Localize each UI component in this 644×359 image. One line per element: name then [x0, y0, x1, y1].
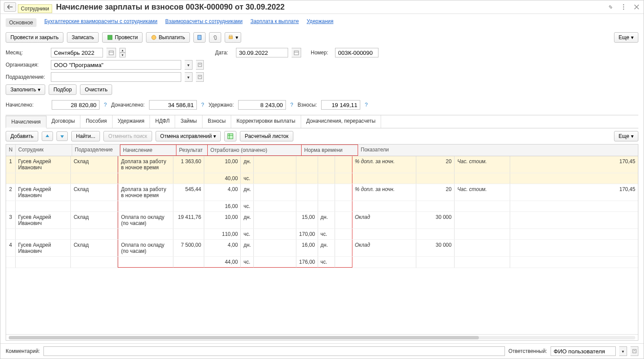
more-menu-icon[interactable] — [620, 3, 627, 10]
table-settings-button[interactable] — [224, 131, 236, 141]
number-input[interactable] — [335, 48, 378, 57]
print-icon-button[interactable]: ▾ — [225, 32, 241, 43]
responsible-open-button[interactable] — [631, 346, 638, 356]
contrib-value[interactable] — [321, 100, 360, 110]
cell-work-days-unit: дн. — [241, 240, 254, 256]
number-label: Номер: — [311, 50, 332, 56]
add-accrued-help[interactable]: ? — [201, 102, 204, 108]
add-accrued-label: Доначислено: — [111, 102, 145, 108]
link-icon[interactable] — [607, 3, 614, 10]
th-worked[interactable]: Отработано (оплачено) — [208, 144, 302, 156]
subtab-accruals[interactable]: Начисления — [6, 116, 46, 128]
cell-department: Склад — [71, 240, 118, 256]
pay-button[interactable]: Выплатить — [146, 32, 190, 43]
more-button[interactable]: Еще ▾ — [614, 32, 638, 43]
attach-icon-button[interactable] — [209, 32, 221, 43]
cell-indicator2-value — [510, 240, 638, 256]
org-open-button[interactable] — [196, 60, 204, 70]
table-row[interactable]: 2 Гусев Андрей Иванович Склад Доплата за… — [6, 184, 638, 212]
th-norm[interactable]: Норма времени — [302, 144, 358, 156]
close-icon[interactable] — [633, 3, 640, 10]
table-row[interactable]: 3 Гусев Андрей Иванович Склад Оплата по … — [6, 212, 638, 240]
svg-rect-14 — [228, 134, 233, 139]
document-icon-button[interactable] — [193, 32, 206, 43]
totals-row: Начислено: ? Доначислено: ? Удержано: ? … — [0, 97, 644, 112]
responsible-dropdown-button[interactable]: ▾ — [619, 346, 627, 356]
scrollbar-track[interactable] — [9, 336, 635, 339]
cell-accrual: Оплата по окладу (по часам) — [118, 212, 173, 228]
withheld-value[interactable] — [238, 100, 286, 110]
month-spin-down[interactable]: ▼ — [120, 53, 126, 57]
payslip-button[interactable]: Расчетный листок — [240, 131, 293, 141]
th-department[interactable]: Подразделение — [72, 144, 120, 156]
table-toolbar: Добавить Найти... Отменить поиск Отмена … — [0, 128, 644, 144]
subtab-deductions[interactable]: Удержания — [113, 115, 150, 128]
month-input[interactable] — [51, 48, 103, 57]
accrued-help[interactable]: ? — [104, 102, 107, 108]
post-button[interactable]: Провести — [102, 32, 143, 43]
navtab-main[interactable]: Основное — [6, 18, 37, 27]
titlebar: Сотрудники Начисление зарплаты и взносов… — [0, 0, 644, 14]
post-button-label: Провести — [115, 34, 138, 40]
month-spin-up[interactable]: ▲ — [120, 48, 126, 53]
month-calendar-button[interactable] — [106, 48, 116, 57]
fill-button[interactable]: Заполнить ▾ — [6, 84, 45, 95]
dept-dropdown-button[interactable]: ▾ — [185, 72, 193, 82]
dept-input[interactable] — [51, 72, 181, 82]
post-close-button[interactable]: Провести и закрыть — [6, 32, 63, 43]
subtab-contribs[interactable]: Взносы — [202, 115, 231, 128]
comment-input[interactable] — [43, 346, 505, 356]
table-more-button[interactable]: Еще ▾ — [614, 131, 638, 141]
th-result[interactable]: Результат — [176, 144, 208, 156]
find-button[interactable]: Найти... — [71, 131, 100, 141]
cell-indicator2: Час. стоим. — [455, 184, 510, 201]
navtab-deduct[interactable]: Удержания — [307, 18, 334, 27]
navtab-pay[interactable]: Зарплата к выплате — [250, 18, 299, 27]
subtab-add-accruals[interactable]: Доначисления, перерасчеты — [301, 115, 381, 128]
date-calendar-button[interactable] — [292, 48, 301, 57]
table-row[interactable]: 4 Гусев Андрей Иванович Склад Оплата по … — [6, 240, 638, 268]
cell-indicator2 — [455, 212, 510, 228]
save-button[interactable]: Записать — [67, 32, 99, 43]
svg-point-2 — [623, 9, 624, 10]
cell-indicator1: % допл. за ночн. — [352, 156, 416, 173]
cancel-fix-button[interactable]: Отмена исправлений ▾ — [156, 131, 221, 141]
subtab-ndfl[interactable]: НДФЛ — [150, 115, 175, 128]
cell-work-hours-unit: чс. — [241, 201, 254, 211]
org-dropdown-button[interactable]: ▾ — [185, 60, 193, 70]
cell-indicator2-value: 170,45 — [510, 156, 638, 173]
accrued-value[interactable] — [52, 100, 100, 110]
org-input[interactable] — [51, 60, 181, 70]
subtab-benefits[interactable]: Пособия — [80, 115, 112, 128]
cell-indicator2-value — [510, 212, 638, 228]
responsible-input[interactable] — [551, 346, 616, 356]
th-n[interactable]: N — [6, 144, 16, 156]
dept-open-button[interactable] — [196, 72, 204, 82]
cell-norm-days-unit — [318, 156, 335, 173]
horizontal-scrollbar[interactable] — [6, 334, 638, 340]
add-row-button[interactable]: Добавить — [6, 131, 38, 141]
pick-button[interactable]: Подбор — [49, 84, 76, 95]
contrib-help[interactable]: ? — [365, 102, 368, 108]
th-accrual[interactable]: Начисление — [120, 144, 176, 156]
add-accrued-value[interactable] — [149, 100, 197, 110]
cell-n: 4 — [6, 240, 16, 256]
cancel-find-button[interactable]: Отменить поиск — [103, 131, 152, 141]
subtab-loans[interactable]: Займы — [175, 115, 202, 128]
cell-norm-hours: 176,00 — [296, 257, 318, 268]
subtab-contracts[interactable]: Договоры — [46, 115, 81, 128]
navtab-mutual-emp[interactable]: Бухгалтерские взаиморасчеты с сотрудника… — [44, 18, 157, 27]
date-input[interactable] — [236, 48, 288, 57]
cell-work-hours: 44,00 — [204, 257, 241, 268]
table-row[interactable]: 1 Гусев Андрей Иванович Склад Доплата за… — [6, 156, 638, 184]
move-down-button[interactable] — [56, 131, 68, 141]
withheld-help[interactable]: ? — [290, 102, 293, 108]
clear-button[interactable]: Очистить — [80, 84, 112, 95]
navtab-mutual[interactable]: Взаиморасчеты с сотрудниками — [165, 18, 242, 27]
move-up-button[interactable] — [42, 131, 53, 141]
th-indicators[interactable]: Показатели — [358, 144, 638, 156]
scrollbar-thumb[interactable] — [9, 336, 479, 339]
back-button[interactable] — [4, 2, 16, 12]
th-employee[interactable]: Сотрудник — [16, 144, 72, 156]
subtab-corrections[interactable]: Корректировки выплаты — [231, 115, 301, 128]
